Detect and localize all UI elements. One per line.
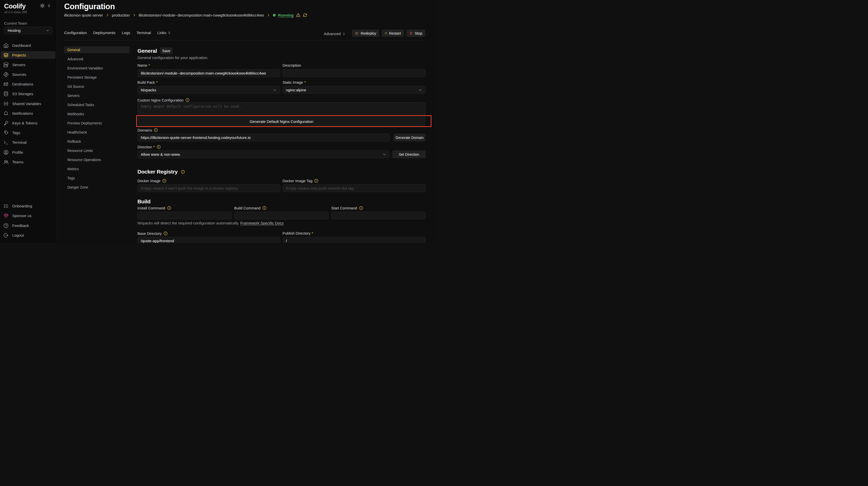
sidebar-item-feedback[interactable]: Feedback	[1, 222, 56, 229]
theme-switch-chevrons-icon[interactable]	[47, 4, 51, 9]
breadcrumb-project[interactable]: illicitonion quote server	[64, 13, 103, 17]
submenu-item-healthcheck[interactable]: Healthcheck	[64, 129, 130, 136]
submenu-item-danger-zone[interactable]: Danger Zone	[64, 184, 130, 191]
custom-nginx-label: Custom Nginx Configuration	[137, 98, 190, 102]
docker-image-label: Docker Image	[137, 179, 166, 183]
chevron-right-icon	[132, 13, 136, 17]
build-command-input[interactable]	[234, 212, 329, 219]
info-icon[interactable]	[154, 128, 158, 132]
sidebar-item-sponsor-us[interactable]: Sponsor us	[1, 212, 56, 220]
build-pack-select[interactable]: Nixpacks	[137, 86, 280, 94]
submenu-item-resource-limits[interactable]: Resource Limits	[64, 147, 130, 154]
info-icon[interactable]	[157, 145, 161, 149]
submenu-item-servers[interactable]: Servers	[64, 92, 130, 99]
build-pack-label: Build Pack*	[137, 80, 158, 85]
sidebar-item-projects[interactable]: Projects	[1, 51, 56, 59]
docker-image-tag-input[interactable]	[283, 184, 426, 192]
sidebar-item-terminal[interactable]: Terminal	[1, 139, 56, 146]
sidebar-item-sources[interactable]: Sources	[1, 71, 56, 78]
help-circle-icon	[3, 223, 9, 228]
sidebar-footer-nav: Onboarding Sponsor us Feedback Logout	[1, 202, 56, 241]
sidebar-item-servers[interactable]: Servers	[1, 61, 56, 68]
sidebar-item-teams[interactable]: Teams	[1, 158, 56, 166]
info-icon[interactable]	[162, 179, 166, 183]
sidebar-item-s3-storages[interactable]: S3 Storages	[1, 90, 56, 98]
submenu-item-metrics[interactable]: Metrics	[64, 165, 130, 172]
submenu-item-git-source[interactable]: Git Source	[64, 83, 130, 90]
docker-image-input[interactable]	[137, 184, 280, 192]
domains-input[interactable]	[137, 134, 390, 141]
server-icon	[3, 62, 9, 67]
install-command-input[interactable]	[137, 212, 232, 219]
sidebar-item-onboarding[interactable]: Onboarding	[1, 202, 56, 210]
framework-docs-link[interactable]: Framework Specific Docs	[240, 221, 284, 225]
info-icon[interactable]	[314, 179, 318, 183]
static-image-select[interactable]: nginx:alpine	[283, 86, 426, 94]
submenu-item-webhooks[interactable]: Webhooks	[64, 110, 130, 117]
base-directory-input[interactable]	[137, 237, 280, 243]
direction-select[interactable]: Allow www & non-www.	[137, 150, 390, 158]
submenu-item-rollback[interactable]: Rollback	[64, 138, 130, 145]
submenu-item-preview-deployments[interactable]: Preview Deployments	[64, 120, 130, 126]
team-select[interactable]: Hosting	[4, 27, 53, 34]
tab-deployments[interactable]: Deployments	[93, 31, 116, 35]
chevron-down-icon	[273, 88, 277, 92]
sidebar: Coolify v4.0.0-beta.399 Current Team Hos…	[0, 0, 57, 243]
submenu-item-persistent-storage[interactable]: Persistent Storage	[64, 74, 130, 80]
generate-nginx-button[interactable]: Generate Default Nginx Configuration	[137, 117, 426, 126]
sidebar-item-destinations[interactable]: Destinations	[1, 80, 56, 88]
list-checks-icon	[3, 203, 9, 209]
sidebar-item-shared-variables[interactable]: Shared Variables	[1, 100, 56, 107]
set-direction-button[interactable]: Set Direction	[392, 150, 426, 158]
required-asterisk: *	[156, 80, 158, 85]
sidebar-item-profile[interactable]: Profile	[1, 148, 56, 156]
sidebar-item-keys-tokens[interactable]: Keys & Tokens	[1, 119, 56, 127]
info-icon[interactable]	[167, 206, 171, 210]
sidebar-item-tags[interactable]: Tags	[1, 129, 56, 137]
team-select-value: Hosting	[8, 28, 45, 33]
start-command-input[interactable]	[331, 212, 426, 219]
chevron-down-icon	[418, 88, 422, 92]
publish-directory-input[interactable]	[283, 237, 426, 243]
sidebar-item-logout[interactable]: Logout	[1, 232, 56, 239]
install-command-label: Install Command	[137, 206, 171, 210]
generate-domain-button[interactable]: Generate Domain	[394, 134, 426, 141]
git-source-icon	[3, 72, 9, 77]
description-input[interactable]	[283, 69, 426, 77]
app-version: v4.0.0-beta.399	[4, 10, 27, 14]
description-label: Description	[283, 63, 301, 67]
theme-sun-icon[interactable]	[40, 3, 45, 9]
submenu-item-environment-variables[interactable]: Environment Variables	[64, 65, 130, 71]
submenu-item-resource-operations[interactable]: Resource Operations	[64, 156, 130, 163]
sidebar-item-notifications[interactable]: Notifications	[1, 109, 56, 117]
nixpacks-helper-text: Nixpacks will detect the required config…	[137, 221, 284, 225]
info-icon[interactable]	[359, 206, 363, 210]
name-input[interactable]	[137, 69, 280, 77]
info-icon[interactable]	[163, 231, 168, 236]
submenu-item-tags[interactable]: Tags	[64, 174, 130, 182]
chevron-down-icon	[45, 29, 50, 33]
heart-handshake-icon	[3, 213, 9, 218]
save-button[interactable]: Save	[160, 47, 173, 54]
breadcrumb-environment[interactable]: production	[112, 13, 130, 17]
info-icon[interactable]	[262, 206, 267, 210]
submenu-item-scheduled-tasks[interactable]: Scheduled Tasks	[64, 101, 130, 108]
current-team-label: Current Team	[4, 21, 27, 26]
chevron-down-icon	[382, 153, 386, 157]
tab-configuration[interactable]: Configuration	[64, 31, 87, 35]
submenu-item-general[interactable]: General	[64, 46, 130, 53]
sidebar-item-dashboard[interactable]: Dashboard	[1, 41, 56, 49]
tab-logs[interactable]: Logs	[122, 31, 130, 35]
map-icon	[3, 82, 9, 87]
layers-icon	[3, 53, 9, 58]
info-icon[interactable]	[185, 98, 190, 102]
key-icon	[3, 120, 9, 126]
base-directory-label: Base Directory	[137, 231, 168, 236]
info-icon[interactable]	[181, 170, 185, 174]
name-label: Name*	[137, 63, 150, 67]
submenu-item-advanced[interactable]: Advanced	[64, 56, 130, 62]
required-asterisk: *	[153, 145, 155, 149]
custom-nginx-textarea[interactable]	[137, 102, 426, 116]
general-form: General Save General configuration for y…	[137, 0, 426, 243]
tags-icon	[3, 130, 9, 135]
